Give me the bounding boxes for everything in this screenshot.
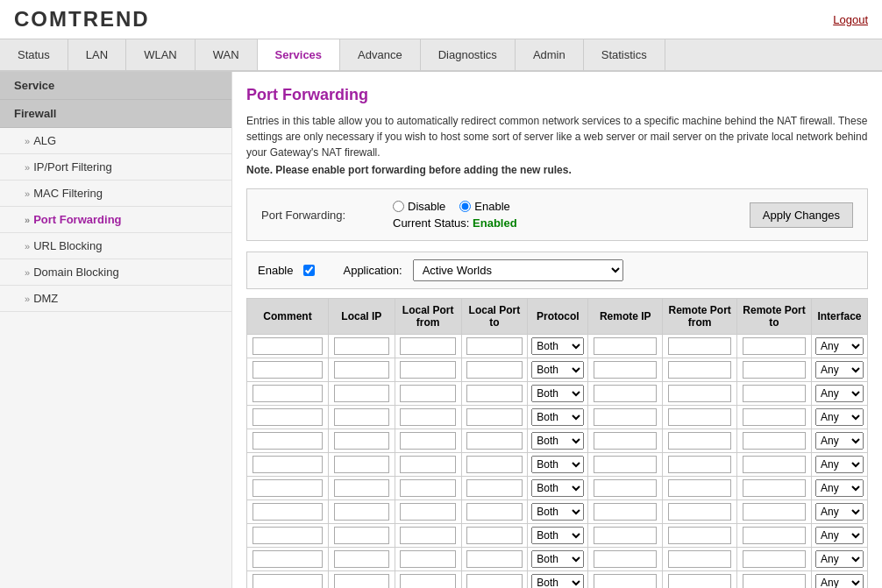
select-protocol[interactable]: BothTCPUDP bbox=[531, 479, 584, 497]
input-local-ip[interactable] bbox=[334, 408, 389, 426]
input-local-ip[interactable] bbox=[334, 574, 389, 588]
input-comment[interactable] bbox=[253, 361, 323, 379]
input-remote-port-from[interactable] bbox=[668, 337, 731, 355]
sidebar-item-mac-filtering[interactable]: MAC Filtering bbox=[0, 181, 231, 207]
logout-link[interactable]: Logout bbox=[833, 13, 868, 26]
input-remote-port-from[interactable] bbox=[668, 479, 731, 497]
input-local-port-from[interactable] bbox=[400, 385, 455, 402]
select-protocol[interactable]: BothTCPUDP bbox=[531, 527, 584, 544]
input-remote-port-to[interactable] bbox=[743, 550, 806, 568]
input-local-port-from[interactable] bbox=[400, 337, 455, 355]
select-interface[interactable]: Anyppp0ppp1ppp2 bbox=[815, 408, 864, 426]
input-local-ip[interactable] bbox=[334, 527, 389, 544]
input-local-ip[interactable] bbox=[334, 550, 389, 568]
input-local-port-from[interactable] bbox=[400, 479, 455, 497]
select-protocol[interactable]: BothTCPUDP bbox=[531, 361, 584, 379]
input-local-port-from[interactable] bbox=[400, 456, 455, 473]
select-interface[interactable]: Anyppp0ppp1ppp2 bbox=[815, 527, 864, 544]
input-local-ip[interactable] bbox=[334, 432, 389, 450]
input-local-port-to[interactable] bbox=[466, 337, 522, 355]
apply-changes-button[interactable]: Apply Changes bbox=[750, 202, 853, 228]
input-local-ip[interactable] bbox=[334, 385, 389, 402]
disable-radio[interactable] bbox=[393, 201, 404, 212]
input-remote-port-to[interactable] bbox=[743, 527, 806, 544]
nav-admin[interactable]: Admin bbox=[516, 39, 584, 70]
input-remote-port-to[interactable] bbox=[743, 432, 806, 450]
nav-lan[interactable]: LAN bbox=[68, 39, 126, 70]
select-interface[interactable]: Anyppp0ppp1ppp2 bbox=[815, 337, 864, 355]
select-protocol[interactable]: BothTCPUDP bbox=[531, 550, 584, 568]
disable-radio-label[interactable]: Disable bbox=[393, 200, 445, 213]
nav-diagnostics[interactable]: Diagnostics bbox=[421, 39, 516, 70]
input-remote-ip[interactable] bbox=[594, 527, 657, 544]
input-local-port-to[interactable] bbox=[466, 385, 522, 402]
input-remote-port-from[interactable] bbox=[668, 432, 731, 450]
enable-radio[interactable] bbox=[459, 201, 471, 212]
application-select[interactable]: Active Worlds AIM Talk DNS FTP HTTP HTTP… bbox=[413, 259, 623, 281]
nav-wlan[interactable]: WLAN bbox=[126, 39, 196, 70]
select-protocol[interactable]: BothTCPUDP bbox=[531, 337, 584, 355]
input-remote-port-to[interactable] bbox=[743, 408, 806, 426]
input-remote-port-from[interactable] bbox=[668, 574, 731, 588]
input-local-port-from[interactable] bbox=[400, 550, 455, 568]
input-comment[interactable] bbox=[253, 479, 323, 497]
sidebar-item-url-blocking[interactable]: URL Blocking bbox=[0, 233, 231, 259]
input-remote-port-from[interactable] bbox=[668, 527, 731, 544]
input-local-ip[interactable] bbox=[334, 456, 389, 473]
input-comment[interactable] bbox=[253, 550, 323, 568]
input-remote-ip[interactable] bbox=[594, 456, 657, 473]
nav-wan[interactable]: WAN bbox=[196, 39, 258, 70]
select-protocol[interactable]: BothTCPUDP bbox=[531, 503, 584, 521]
select-protocol[interactable]: BothTCPUDP bbox=[531, 432, 584, 450]
nav-advance[interactable]: Advance bbox=[340, 39, 421, 70]
input-remote-port-from[interactable] bbox=[668, 408, 731, 426]
input-comment[interactable] bbox=[253, 432, 323, 450]
select-interface[interactable]: Anyppp0ppp1ppp2 bbox=[815, 432, 864, 450]
input-local-port-to[interactable] bbox=[466, 456, 522, 473]
input-local-port-to[interactable] bbox=[466, 361, 522, 379]
input-remote-ip[interactable] bbox=[594, 361, 657, 379]
input-remote-port-to[interactable] bbox=[743, 574, 806, 588]
nav-statistics[interactable]: Statistics bbox=[584, 39, 665, 70]
input-remote-port-from[interactable] bbox=[668, 503, 731, 521]
enable-radio-label[interactable]: Enable bbox=[459, 200, 509, 213]
input-comment[interactable] bbox=[253, 456, 323, 473]
select-interface[interactable]: Anyppp0ppp1ppp2 bbox=[815, 550, 864, 568]
select-interface[interactable]: Anyppp0ppp1ppp2 bbox=[815, 574, 864, 588]
input-remote-ip[interactable] bbox=[594, 337, 657, 355]
input-local-port-from[interactable] bbox=[400, 574, 455, 588]
input-local-port-from[interactable] bbox=[400, 527, 455, 544]
select-protocol[interactable]: BothTCPUDP bbox=[531, 385, 584, 402]
input-local-ip[interactable] bbox=[334, 337, 389, 355]
input-local-ip[interactable] bbox=[334, 503, 389, 521]
select-interface[interactable]: Anyppp0ppp1ppp2 bbox=[815, 385, 864, 402]
input-remote-port-to[interactable] bbox=[743, 503, 806, 521]
input-local-port-to[interactable] bbox=[466, 408, 522, 426]
input-remote-ip[interactable] bbox=[594, 550, 657, 568]
sidebar-item-ip-port-filtering[interactable]: IP/Port Filtering bbox=[0, 154, 231, 181]
input-local-port-to[interactable] bbox=[466, 550, 522, 568]
select-protocol[interactable]: BothTCPUDP bbox=[531, 408, 584, 426]
input-remote-ip[interactable] bbox=[594, 479, 657, 497]
input-local-ip[interactable] bbox=[334, 361, 389, 379]
input-remote-port-to[interactable] bbox=[743, 337, 806, 355]
nav-status[interactable]: Status bbox=[0, 39, 68, 70]
sidebar-item-alg[interactable]: ALG bbox=[0, 128, 231, 154]
input-local-port-to[interactable] bbox=[466, 527, 522, 544]
input-remote-port-to[interactable] bbox=[743, 361, 806, 379]
input-remote-port-from[interactable] bbox=[668, 361, 731, 379]
input-remote-port-to[interactable] bbox=[743, 456, 806, 473]
input-remote-port-to[interactable] bbox=[743, 479, 806, 497]
input-remote-ip[interactable] bbox=[594, 385, 657, 402]
nav-services[interactable]: Services bbox=[258, 39, 341, 70]
select-interface[interactable]: Anyppp0ppp1ppp2 bbox=[815, 503, 864, 521]
input-local-port-to[interactable] bbox=[466, 503, 522, 521]
enable-checkbox[interactable] bbox=[303, 265, 315, 276]
input-comment[interactable] bbox=[253, 527, 323, 544]
input-local-port-to[interactable] bbox=[466, 432, 522, 450]
input-comment[interactable] bbox=[253, 503, 323, 521]
input-remote-ip[interactable] bbox=[594, 432, 657, 450]
input-local-port-from[interactable] bbox=[400, 503, 455, 521]
select-protocol[interactable]: BothTCPUDP bbox=[531, 574, 584, 588]
input-remote-port-from[interactable] bbox=[668, 456, 731, 473]
